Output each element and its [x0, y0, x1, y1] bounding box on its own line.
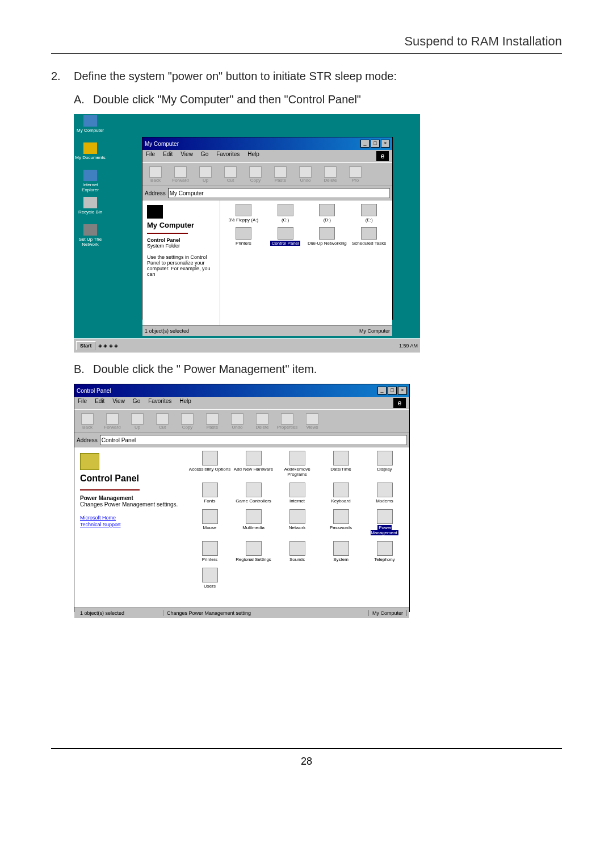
close-button[interactable]: × — [398, 387, 407, 395]
control-panel-item[interactable]: System — [320, 541, 362, 562]
control-panel-item[interactable]: Keyboard — [320, 483, 362, 504]
control-panel-item[interactable]: Network — [276, 509, 318, 535]
control-panel-item[interactable]: Game Controllers — [232, 483, 275, 504]
toolbar-button[interactable]: Undo — [226, 413, 248, 430]
minimize-button[interactable]: _ — [360, 140, 370, 148]
left-sub2: Changes Power Management settings. — [80, 501, 179, 508]
menu-item[interactable]: Help — [247, 151, 259, 161]
toolbar-button[interactable]: Forward — [170, 166, 191, 183]
menu-item[interactable]: Edit — [95, 398, 104, 408]
menu-item[interactable]: Help — [179, 398, 191, 408]
control-panel-item[interactable]: Add New Hardware — [232, 451, 275, 477]
toolbar-button[interactable]: Cut — [220, 166, 241, 183]
toolbar-button[interactable]: Up — [127, 413, 148, 430]
control-panel-item[interactable]: Users — [188, 568, 231, 589]
menu-item[interactable]: Go — [133, 398, 140, 408]
folder-item[interactable]: (E:) — [349, 204, 389, 223]
folder-item[interactable]: Dial-Up Networking — [308, 227, 347, 246]
control-panel-item[interactable]: Accessibility Options — [188, 451, 231, 477]
menubar: FileEditViewGoFavoritesHelp e — [142, 150, 392, 162]
toolbar-button[interactable]: Undo — [295, 166, 316, 183]
address-input[interactable] — [100, 435, 407, 445]
step-2: 2. Define the system "power on" button t… — [51, 70, 562, 83]
folder-item[interactable]: Printers — [224, 227, 263, 246]
control-panel-icon — [80, 453, 99, 470]
control-panel-item[interactable]: Internet — [276, 483, 318, 504]
toolbar-button[interactable]: Paste — [201, 413, 223, 430]
toolbar-button[interactable]: Copy — [245, 166, 266, 183]
control-panel-item[interactable]: Multimedia — [232, 509, 275, 535]
menu-item[interactable]: Favorites — [216, 151, 240, 161]
control-panel-item[interactable]: Sounds — [276, 541, 318, 562]
toolbar-button[interactable]: Back — [77, 413, 98, 430]
desktop-icon[interactable]: My Computer — [75, 115, 106, 133]
toolbar-button[interactable]: Delete — [251, 413, 273, 430]
control-panel-item[interactable]: Fonts — [188, 483, 231, 504]
toolbar-button[interactable]: Up — [195, 166, 216, 183]
address-input[interactable] — [168, 188, 390, 198]
desktop-icon[interactable]: My Documents — [75, 142, 106, 160]
control-panel-item[interactable]: Regional Settings — [232, 541, 275, 562]
status-bar: 1 object(s) selected Changes Power Manag… — [74, 607, 409, 618]
toolbar-button[interactable]: Delete — [320, 166, 341, 183]
toolbar-button[interactable]: Cut — [152, 413, 173, 430]
page-number: 28 — [51, 756, 562, 768]
control-panel-item[interactable]: Display — [363, 451, 406, 477]
control-panel-item[interactable]: Printers — [188, 541, 231, 562]
menu-item[interactable]: Go — [201, 151, 208, 161]
desktop-icon[interactable]: Recycle Bin — [75, 197, 106, 215]
tray-time: 1:59 AM — [399, 343, 418, 349]
throbber-icon: e — [376, 151, 389, 161]
address-label: Address — [145, 190, 166, 196]
quick-launch[interactable]: ◈ ◈ ◈ ◈ — [98, 343, 119, 349]
menu-item[interactable]: View — [112, 398, 125, 408]
ms-home-link[interactable]: Microsoft Home — [80, 515, 179, 521]
menu-item[interactable]: File — [146, 151, 155, 161]
substep-letter: B. — [74, 363, 93, 376]
substep-text: Double click "My Computer" and then "Con… — [93, 93, 361, 106]
tech-support-link[interactable]: Technical Support — [80, 522, 179, 527]
toolbar-button[interactable]: Properties — [276, 413, 298, 430]
status-bar: 1 object(s) selected My Computer — [142, 325, 392, 336]
control-panel-item[interactable]: Date/Time — [320, 451, 362, 477]
substep-text: Double click the " Power Management" ite… — [93, 363, 317, 376]
icon-grid: Accessibility OptionsAdd New HardwareAdd… — [188, 451, 406, 589]
left-desc: Use the settings in Control Panel to per… — [147, 254, 215, 277]
menu-item[interactable]: Favorites — [148, 398, 171, 408]
folder-item[interactable]: Scheduled Tasks — [349, 227, 389, 246]
menu-item[interactable]: File — [78, 398, 87, 408]
left-pane: Control Panel Power Management Changes P… — [74, 447, 185, 607]
minimize-button[interactable]: _ — [377, 387, 387, 395]
menu-item[interactable]: View — [180, 151, 193, 161]
window-title: Control Panel — [77, 388, 111, 394]
left-heading: Control Panel — [80, 473, 179, 484]
page-header: Suspend to RAM Installation — [51, 34, 562, 49]
desktop-icon[interactable]: Set Up The Network — [75, 224, 106, 247]
control-panel-item[interactable]: Modems — [363, 483, 406, 504]
control-panel-item[interactable]: Power Management — [363, 509, 406, 535]
toolbar-button[interactable]: Paste — [270, 166, 291, 183]
folder-item[interactable]: (D:) — [308, 204, 347, 223]
control-panel-item[interactable]: Mouse — [188, 509, 231, 535]
toolbar-button[interactable]: Back — [145, 166, 166, 183]
status-right: My Computer — [359, 328, 390, 334]
close-button[interactable]: × — [381, 140, 390, 148]
folder-item[interactable]: (C:) — [266, 204, 305, 223]
maximize-button[interactable]: □ — [388, 387, 397, 395]
icon-grid: 3½ Floppy (A:)(C:)(D:)(E:)PrintersContro… — [224, 204, 389, 246]
menubar: FileEditViewGoFavoritesHelp e — [74, 397, 409, 409]
menu-item[interactable]: Edit — [163, 151, 173, 161]
maximize-button[interactable]: □ — [371, 140, 380, 148]
folder-item[interactable]: 3½ Floppy (A:) — [224, 204, 263, 223]
toolbar-button[interactable]: Copy — [177, 413, 198, 430]
toolbar-button[interactable]: Forward — [102, 413, 123, 430]
start-button[interactable]: Start — [76, 341, 96, 350]
control-panel-item[interactable]: Add/Remove Programs — [276, 451, 318, 477]
substep-letter: A. — [74, 93, 93, 106]
control-panel-item[interactable]: Passwords — [320, 509, 362, 535]
desktop-icon[interactable]: Internet Explorer — [75, 170, 106, 192]
control-panel-item[interactable]: Telephony — [363, 541, 406, 562]
folder-item[interactable]: Control Panel — [266, 227, 305, 246]
toolbar-button[interactable]: Views — [301, 413, 323, 430]
toolbar-button[interactable]: Pro — [345, 166, 366, 183]
